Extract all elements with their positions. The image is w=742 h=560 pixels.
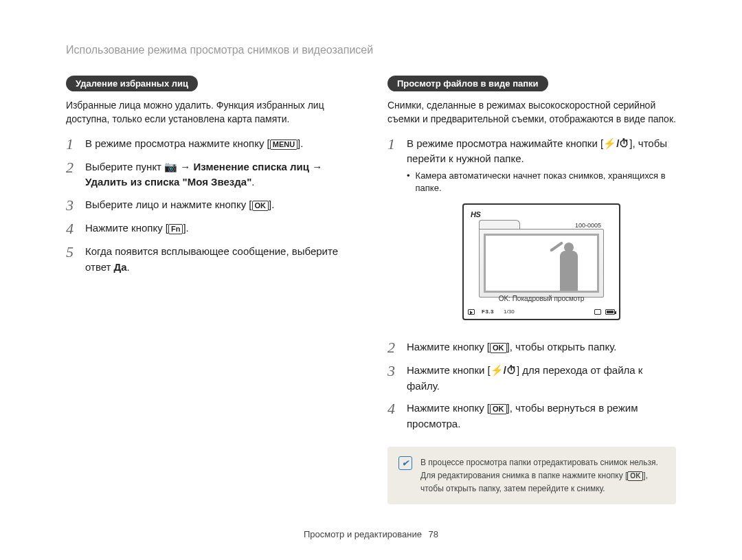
frame-index: 1/30 [504, 308, 515, 316]
step-number: 3 [387, 363, 407, 379]
step-text: В режиме просмотра нажмите кнопку [ [85, 137, 270, 149]
step-text: ]. [183, 222, 188, 234]
step-number: 4 [66, 221, 85, 237]
note-text: В процессе просмотра папки отредактирова… [420, 458, 658, 480]
arrow-icon: → [309, 161, 322, 172]
folder-tab-icon [479, 220, 520, 229]
intro-folder-view: Снимки, сделанные в режимах высокоскорос… [387, 98, 676, 126]
step-text: Выберите лицо и нажмите кнопку [ [85, 199, 252, 210]
menu-item-edit-face-list: Изменение списка лиц [194, 161, 309, 172]
menu-key-icon: MENU [270, 139, 297, 150]
note-body: В процессе просмотра папки отредактирова… [420, 456, 665, 495]
info-note: ✔ В процессе просмотра папки отредактиро… [387, 447, 676, 504]
breadcrumb: Использование режима просмотра снимков и… [66, 44, 676, 56]
menu-item-remove-my-star: Удалить из списка "Моя Звезда" [85, 176, 251, 188]
left-step-4: 4 Нажмите кнопку [Fn]. [66, 221, 355, 237]
camera-menu-icon: 📷 [164, 161, 177, 172]
step-number: 1 [66, 136, 85, 153]
step-text: Нажмите кнопку [ [407, 341, 490, 352]
left-column: Удаление избранных лиц Избранные лица мо… [66, 76, 355, 504]
folder-body [479, 229, 604, 298]
flash-timer-keys-icon: ⚡/⏱ [603, 137, 629, 149]
playback-mode-icon [468, 309, 475, 315]
step-number: 3 [66, 197, 85, 214]
figure-ok-hint: OK: Покадровый просмотр [464, 293, 619, 304]
right-step-3: 3 Нажмите кнопки [⚡/⏱] для перехода от ф… [387, 363, 676, 394]
step-text: . [251, 176, 254, 188]
right-step-4: 4 Нажмите кнопку [OK], чтобы вернуться в… [387, 401, 676, 432]
dialog-yes: Да [114, 261, 127, 273]
ok-key-icon: OK [252, 201, 269, 211]
footer-section: Просмотр и редактирование [304, 529, 422, 539]
step-number: 1 [387, 136, 407, 153]
flash-timer-keys-icon: ⚡/⏱ [491, 364, 517, 376]
step-text: В режиме просмотра нажимайте кнопки [ [407, 137, 603, 149]
bullet-text: Камера автоматически начнет показ снимко… [416, 170, 676, 196]
left-step-2: 2 Выберите пункт 📷 → Изменение списка ли… [66, 159, 355, 190]
page-footer: Просмотр и редактирование 78 [0, 529, 742, 539]
step-text: . [127, 261, 130, 273]
right-column: Просмотр файлов в виде папки Снимки, сде… [387, 76, 676, 504]
intro-delete-faces: Избранные лица можно удалить. Функция из… [66, 98, 355, 126]
right-step-2: 2 Нажмите кнопку [OK], чтобы открыть пап… [387, 339, 676, 356]
step-number: 4 [387, 401, 407, 417]
hs-mode-label: HS [471, 209, 480, 221]
camera-preview-figure: HS 100-0005 OK [462, 203, 620, 320]
memory-card-icon [594, 309, 601, 315]
arrow-icon: → [177, 161, 193, 172]
step-text: Нажмите кнопки [ [407, 364, 491, 376]
section-tag-delete-faces: Удаление избранных лиц [66, 76, 198, 91]
photo-thumbnail [484, 234, 599, 293]
step-number: 2 [387, 339, 407, 356]
step-text: Нажмите кнопку [ [85, 222, 168, 234]
ok-key-icon: OK [627, 471, 643, 481]
step-text: ]. [297, 137, 303, 149]
step-sub-bullet: Камера автоматически начнет показ снимко… [407, 170, 676, 196]
step-text: ]. [269, 199, 274, 210]
page-number: 78 [429, 529, 438, 539]
info-icon: ✔ [398, 456, 412, 470]
aperture-value: F3.3 [482, 308, 494, 316]
step-text: Нажмите кнопку [ [407, 402, 490, 414]
step-text: Выберите пункт [85, 161, 164, 172]
step-text: ], чтобы открыть папку. [507, 341, 617, 352]
ok-key-icon: OK [490, 343, 507, 353]
step-number: 2 [66, 159, 85, 176]
left-step-3: 3 Выберите лицо и нажмите кнопку [OK]. [66, 197, 355, 214]
left-step-5: 5 Когда появится всплывающее сообщение, … [66, 244, 355, 275]
step-number: 5 [66, 244, 85, 260]
left-step-1: 1 В режиме просмотра нажмите кнопку [MEN… [66, 136, 355, 153]
right-step-1: 1 В режиме просмотра нажимайте кнопки [⚡… [387, 136, 676, 333]
person-silhouette-icon [553, 243, 585, 291]
fn-key-icon: Fn [168, 224, 183, 234]
section-tag-folder-view: Просмотр файлов в виде папки [387, 76, 548, 91]
ok-key-icon: OK [490, 404, 507, 414]
battery-icon [605, 309, 615, 315]
